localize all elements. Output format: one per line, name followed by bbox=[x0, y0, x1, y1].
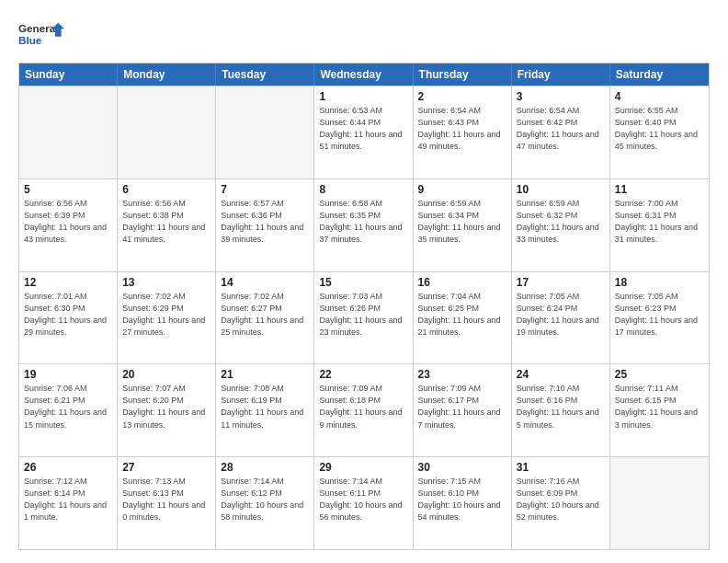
day-number: 3 bbox=[517, 90, 605, 103]
day-number: 22 bbox=[319, 368, 407, 381]
day-number: 10 bbox=[517, 183, 605, 196]
day-cell-empty bbox=[610, 457, 709, 549]
day-cell-8: 8Sunrise: 6:58 AM Sunset: 6:35 PM Daylig… bbox=[314, 179, 413, 271]
day-info: Sunrise: 6:56 AM Sunset: 6:39 PM Dayligh… bbox=[24, 198, 112, 246]
day-cell-20: 20Sunrise: 7:07 AM Sunset: 6:20 PM Dayli… bbox=[118, 364, 216, 456]
logo: General Blue bbox=[18, 17, 64, 53]
day-number: 13 bbox=[122, 276, 210, 289]
day-number: 14 bbox=[221, 276, 309, 289]
day-info: Sunrise: 6:54 AM Sunset: 6:43 PM Dayligh… bbox=[418, 105, 506, 153]
day-info: Sunrise: 7:00 AM Sunset: 6:31 PM Dayligh… bbox=[615, 198, 704, 246]
day-info: Sunrise: 7:09 AM Sunset: 6:18 PM Dayligh… bbox=[319, 383, 407, 431]
day-header-saturday: Saturday bbox=[610, 63, 709, 86]
week-row-4: 19Sunrise: 7:06 AM Sunset: 6:21 PM Dayli… bbox=[19, 363, 709, 456]
day-info: Sunrise: 6:53 AM Sunset: 6:44 PM Dayligh… bbox=[319, 105, 407, 153]
day-header-monday: Monday bbox=[118, 63, 216, 86]
day-number: 11 bbox=[615, 183, 704, 196]
day-info: Sunrise: 7:04 AM Sunset: 6:25 PM Dayligh… bbox=[418, 291, 506, 339]
day-info: Sunrise: 7:14 AM Sunset: 6:11 PM Dayligh… bbox=[319, 476, 407, 523]
calendar: SundayMondayTuesdayWednesdayThursdayFrid… bbox=[18, 63, 710, 550]
day-cell-14: 14Sunrise: 7:02 AM Sunset: 6:27 PM Dayli… bbox=[216, 272, 314, 364]
day-cell-4: 4Sunrise: 6:55 AM Sunset: 6:40 PM Daylig… bbox=[610, 86, 709, 178]
day-number: 5 bbox=[24, 183, 112, 196]
day-info: Sunrise: 7:13 AM Sunset: 6:13 PM Dayligh… bbox=[122, 476, 210, 523]
day-info: Sunrise: 6:59 AM Sunset: 6:32 PM Dayligh… bbox=[517, 198, 605, 246]
day-info: Sunrise: 7:12 AM Sunset: 6:14 PM Dayligh… bbox=[24, 476, 112, 523]
svg-text:Blue: Blue bbox=[18, 34, 42, 46]
day-info: Sunrise: 7:06 AM Sunset: 6:21 PM Dayligh… bbox=[24, 383, 112, 431]
day-number: 19 bbox=[24, 368, 112, 381]
day-info: Sunrise: 7:01 AM Sunset: 6:30 PM Dayligh… bbox=[24, 291, 112, 339]
day-number: 16 bbox=[418, 276, 506, 289]
day-number: 21 bbox=[221, 368, 309, 381]
day-number: 4 bbox=[615, 90, 704, 103]
week-row-3: 12Sunrise: 7:01 AM Sunset: 6:30 PM Dayli… bbox=[19, 271, 709, 364]
day-cell-3: 3Sunrise: 6:54 AM Sunset: 6:42 PM Daylig… bbox=[512, 86, 610, 178]
day-cell-26: 26Sunrise: 7:12 AM Sunset: 6:14 PM Dayli… bbox=[19, 457, 118, 549]
day-header-wednesday: Wednesday bbox=[314, 63, 413, 86]
day-cell-16: 16Sunrise: 7:04 AM Sunset: 6:25 PM Dayli… bbox=[414, 272, 512, 364]
day-cell-13: 13Sunrise: 7:02 AM Sunset: 6:29 PM Dayli… bbox=[118, 272, 216, 364]
day-number: 24 bbox=[517, 368, 605, 381]
day-cell-11: 11Sunrise: 7:00 AM Sunset: 6:31 PM Dayli… bbox=[610, 179, 709, 271]
calendar-body: 1Sunrise: 6:53 AM Sunset: 6:44 PM Daylig… bbox=[19, 86, 709, 549]
day-cell-30: 30Sunrise: 7:15 AM Sunset: 6:10 PM Dayli… bbox=[414, 457, 512, 549]
day-info: Sunrise: 6:59 AM Sunset: 6:34 PM Dayligh… bbox=[418, 198, 506, 246]
day-cell-2: 2Sunrise: 6:54 AM Sunset: 6:43 PM Daylig… bbox=[414, 86, 512, 178]
day-header-sunday: Sunday bbox=[19, 63, 118, 86]
day-cell-19: 19Sunrise: 7:06 AM Sunset: 6:21 PM Dayli… bbox=[19, 364, 118, 456]
day-info: Sunrise: 7:02 AM Sunset: 6:27 PM Dayligh… bbox=[221, 291, 309, 339]
header: General Blue bbox=[18, 17, 710, 53]
day-number: 18 bbox=[615, 276, 704, 289]
day-number: 27 bbox=[122, 461, 210, 474]
day-info: Sunrise: 7:11 AM Sunset: 6:15 PM Dayligh… bbox=[615, 383, 704, 431]
day-info: Sunrise: 7:02 AM Sunset: 6:29 PM Dayligh… bbox=[122, 291, 210, 339]
week-row-1: 1Sunrise: 6:53 AM Sunset: 6:44 PM Daylig… bbox=[19, 86, 709, 178]
logo-svg: General Blue bbox=[18, 17, 64, 53]
day-cell-23: 23Sunrise: 7:09 AM Sunset: 6:17 PM Dayli… bbox=[414, 364, 512, 456]
day-info: Sunrise: 7:05 AM Sunset: 6:24 PM Dayligh… bbox=[517, 291, 605, 339]
day-cell-28: 28Sunrise: 7:14 AM Sunset: 6:12 PM Dayli… bbox=[216, 457, 314, 549]
day-cell-empty bbox=[216, 86, 314, 178]
day-number: 17 bbox=[517, 276, 605, 289]
day-cell-15: 15Sunrise: 7:03 AM Sunset: 6:26 PM Dayli… bbox=[314, 272, 413, 364]
day-cell-17: 17Sunrise: 7:05 AM Sunset: 6:24 PM Dayli… bbox=[512, 272, 610, 364]
day-cell-21: 21Sunrise: 7:08 AM Sunset: 6:19 PM Dayli… bbox=[216, 364, 314, 456]
day-number: 26 bbox=[24, 461, 112, 474]
day-number: 15 bbox=[319, 276, 407, 289]
day-info: Sunrise: 7:05 AM Sunset: 6:23 PM Dayligh… bbox=[615, 291, 704, 339]
day-cell-7: 7Sunrise: 6:57 AM Sunset: 6:36 PM Daylig… bbox=[216, 179, 314, 271]
day-cell-29: 29Sunrise: 7:14 AM Sunset: 6:11 PM Dayli… bbox=[314, 457, 413, 549]
day-number: 30 bbox=[418, 461, 506, 474]
day-number: 29 bbox=[319, 461, 407, 474]
day-info: Sunrise: 7:03 AM Sunset: 6:26 PM Dayligh… bbox=[319, 291, 407, 339]
day-info: Sunrise: 7:14 AM Sunset: 6:12 PM Dayligh… bbox=[221, 476, 309, 523]
calendar-header: SundayMondayTuesdayWednesdayThursdayFrid… bbox=[19, 63, 709, 86]
day-number: 12 bbox=[24, 276, 112, 289]
day-cell-12: 12Sunrise: 7:01 AM Sunset: 6:30 PM Dayli… bbox=[19, 272, 118, 364]
day-cell-6: 6Sunrise: 6:56 AM Sunset: 6:38 PM Daylig… bbox=[118, 179, 216, 271]
day-number: 7 bbox=[221, 183, 309, 196]
day-number: 8 bbox=[319, 183, 407, 196]
day-number: 31 bbox=[517, 461, 605, 474]
day-number: 20 bbox=[122, 368, 210, 381]
day-cell-9: 9Sunrise: 6:59 AM Sunset: 6:34 PM Daylig… bbox=[414, 179, 512, 271]
day-number: 28 bbox=[221, 461, 309, 474]
day-number: 23 bbox=[418, 368, 506, 381]
day-info: Sunrise: 7:15 AM Sunset: 6:10 PM Dayligh… bbox=[418, 476, 506, 523]
day-cell-empty bbox=[118, 86, 216, 178]
day-cell-27: 27Sunrise: 7:13 AM Sunset: 6:13 PM Dayli… bbox=[118, 457, 216, 549]
day-info: Sunrise: 6:55 AM Sunset: 6:40 PM Dayligh… bbox=[615, 105, 704, 153]
day-header-friday: Friday bbox=[512, 63, 610, 86]
day-cell-31: 31Sunrise: 7:16 AM Sunset: 6:09 PM Dayli… bbox=[512, 457, 610, 549]
day-header-thursday: Thursday bbox=[414, 63, 512, 86]
day-cell-18: 18Sunrise: 7:05 AM Sunset: 6:23 PM Dayli… bbox=[610, 272, 709, 364]
page: General Blue SundayMondayTuesdayWednesda… bbox=[0, 0, 728, 563]
week-row-5: 26Sunrise: 7:12 AM Sunset: 6:14 PM Dayli… bbox=[19, 456, 709, 549]
day-number: 25 bbox=[615, 368, 704, 381]
day-info: Sunrise: 7:09 AM Sunset: 6:17 PM Dayligh… bbox=[418, 383, 506, 431]
svg-text:General: General bbox=[18, 22, 58, 34]
day-cell-22: 22Sunrise: 7:09 AM Sunset: 6:18 PM Dayli… bbox=[314, 364, 413, 456]
day-header-tuesday: Tuesday bbox=[216, 63, 314, 86]
day-number: 2 bbox=[418, 90, 506, 103]
